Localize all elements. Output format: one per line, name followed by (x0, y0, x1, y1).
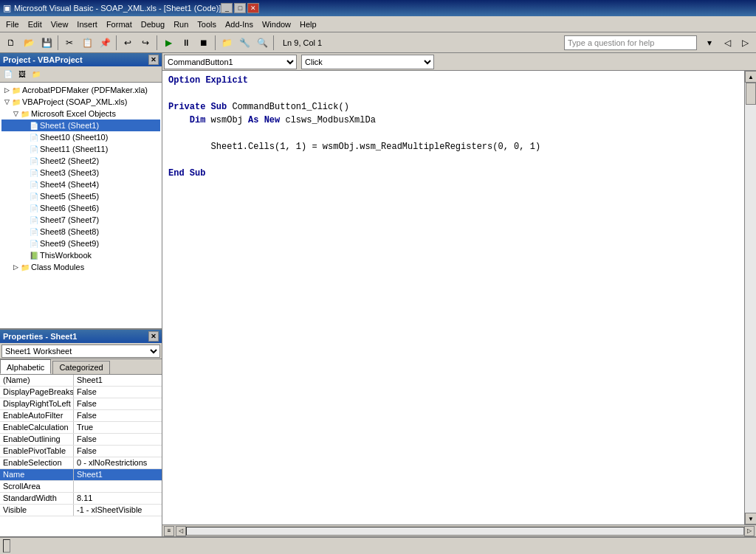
tree-node-sheet1[interactable]: 📄 Sheet1 (Sheet1) (1, 120, 160, 131)
toolbar-btn-paste[interactable]: 📌 (97, 35, 113, 51)
scroll-thumb[interactable] (746, 83, 756, 105)
h-scroll-track (186, 527, 744, 536)
help-input-box[interactable]: Type a question for help (564, 35, 697, 50)
menu-help[interactable]: Help (295, 17, 321, 32)
menu-window[interactable]: Window (258, 17, 295, 32)
proc-select[interactable]: Click (301, 55, 434, 69)
menu-bar: File Edit View Insert Format Debug Run T… (0, 16, 756, 32)
toolbar-btn-copy[interactable]: 📋 (79, 35, 95, 51)
project-panel-title: Project - VBAProject (3, 55, 148, 64)
project-panel-header: Project - VBAProject ✕ (0, 53, 162, 66)
menu-file[interactable]: File (1, 17, 24, 32)
properties-panel-header: Properties - Sheet1 ✕ (0, 330, 162, 343)
code-panel: CommandButton1 Click Option Explicit Pri… (162, 53, 756, 536)
menu-edit[interactable]: Edit (24, 17, 47, 32)
minimize-button[interactable]: _ (221, 3, 233, 13)
app-icon: ▣ (3, 3, 11, 13)
code-line-5 (168, 127, 738, 140)
tree-node-class-modules[interactable]: ▷ 📁 Class Modules (1, 261, 160, 273)
help-fwd-btn[interactable]: ▷ (737, 35, 753, 51)
properties-panel-title: Properties - Sheet1 (3, 332, 148, 341)
tree-node-sheet6[interactable]: 📄 Sheet6 (Sheet6) (1, 202, 160, 214)
proj-toggle-btn[interactable]: 📁 (30, 68, 43, 81)
toolbar-btn-run[interactable]: ▶ (160, 35, 176, 51)
tree-node-thisworkbook[interactable]: 📗 ThisWorkbook (1, 249, 160, 261)
tree-node-sheet2[interactable]: 📄 Sheet2 (Sheet2) (1, 155, 160, 167)
prop-row-enablepivottable: EnablePivotTable False (0, 446, 162, 457)
toolbar-btn-save[interactable]: 💾 (38, 35, 55, 51)
code-toolbar: CommandButton1 Click (162, 53, 756, 71)
tree-node-sheet4[interactable]: 📄 Sheet4 (Sheet4) (1, 179, 160, 190)
title-bar: ▣ Microsoft Visual Basic - SOAP_XML.xls … (0, 0, 756, 16)
tree-node-vbaproject[interactable]: ▽ 📁 VBAProject (SOAP_XML.xls) (1, 96, 160, 108)
toolbar-btn-undo[interactable]: ↩ (120, 35, 136, 51)
prop-row-displaypagebreaks: DisplayPageBreaks False (0, 387, 162, 398)
toolbar-btn-new[interactable]: 🗋 (3, 35, 19, 51)
code-line-2 (168, 87, 738, 100)
toolbar-btn-pause[interactable]: ⏸ (178, 35, 194, 51)
prop-row-name-highlighted: Name Sheet1 (0, 469, 162, 481)
properties-close-btn[interactable]: ✕ (148, 331, 159, 342)
menu-addins[interactable]: Add-Ins (221, 17, 258, 32)
project-close-btn[interactable]: ✕ (148, 55, 159, 65)
props-tab-categorized[interactable]: Categorized (52, 361, 109, 374)
code-line-3: Private Sub CommandButton1_Click() (168, 100, 738, 114)
nav-left-btn[interactable]: ◁ (176, 526, 186, 536)
close-button[interactable]: ✕ (247, 3, 259, 13)
toolbar-sep-1 (58, 35, 58, 50)
help-arrow-btn[interactable]: ▾ (701, 35, 718, 51)
prop-row-standardwidth: StandardWidth 8.11 (0, 493, 162, 505)
tree-node-acrobat[interactable]: ▷ 📁 AcrobatPDFMaker (PDFMaker.xla) (1, 84, 160, 96)
toolbar-sep-3 (157, 35, 157, 50)
props-tab-alphabetic[interactable]: Alphabetic (0, 359, 51, 374)
toolbar-sep-4 (215, 35, 216, 50)
tree-node-sheet9[interactable]: 📄 Sheet9 (Sheet9) (1, 238, 160, 249)
proj-view-code-btn[interactable]: 📄 (1, 68, 15, 81)
toolbar-btn-cut[interactable]: ✂ (61, 35, 78, 51)
nav-right-btn[interactable]: ▷ (744, 526, 755, 536)
tree-node-sheet11[interactable]: 📄 Sheet11 (Sheet11) (1, 143, 160, 155)
tree-node-sheet7[interactable]: 📄 Sheet7 (Sheet7) (1, 214, 160, 226)
nav-split-btn[interactable]: ≡ (164, 526, 174, 536)
props-table: (Name) Sheet1 DisplayPageBreaks False Di… (0, 375, 162, 536)
toolbar-btn-projectexplorer[interactable]: 📁 (219, 35, 235, 51)
toolbar-btn-stop[interactable]: ⏹ (196, 35, 212, 51)
prop-row-scrollarea: ScrollArea (0, 481, 162, 493)
code-editor[interactable]: Option Explicit Private Sub CommandButto… (162, 71, 744, 524)
project-tree: ▷ 📁 AcrobatPDFMaker (PDFMaker.xla) ▽ 📁 V… (0, 83, 162, 328)
scroll-up-btn[interactable]: ▲ (745, 71, 756, 83)
tree-node-excel-objects[interactable]: ▽ 📁 Microsoft Excel Objects (1, 108, 160, 120)
menu-format[interactable]: Format (102, 17, 137, 32)
prop-row-name: (Name) Sheet1 (0, 375, 162, 387)
toolbar-btn-redo[interactable]: ↪ (137, 35, 154, 51)
title-bar-controls: _ □ ✕ (221, 3, 259, 13)
code-scrollbar-vertical: ▲ ▼ (744, 71, 756, 524)
help-back-btn[interactable]: ◁ (719, 35, 735, 51)
restore-button[interactable]: □ (234, 3, 246, 13)
scroll-down-btn[interactable]: ▼ (745, 513, 756, 524)
tree-node-sheet5[interactable]: 📄 Sheet5 (Sheet5) (1, 190, 160, 202)
menu-insert[interactable]: Insert (72, 17, 102, 32)
tree-node-sheet10[interactable]: 📄 Sheet10 (Sheet10) (1, 131, 160, 143)
title-bar-text: Microsoft Visual Basic - SOAP_XML.xls - … (14, 4, 221, 13)
menu-view[interactable]: View (47, 17, 73, 32)
ln-col-display: Ln 9, Col 1 (277, 38, 328, 47)
toolbar-sep-2 (116, 35, 117, 50)
toolbar-btn-properties[interactable]: 🔧 (236, 35, 252, 51)
prop-row-displayrighttoleft: DisplayRightToLeft False (0, 398, 162, 410)
prop-row-enableautofilter: EnableAutoFilter False (0, 410, 162, 422)
props-object-select[interactable]: Sheet1 Worksheet (1, 344, 160, 358)
menu-tools[interactable]: Tools (193, 17, 221, 32)
main-container: Project - VBAProject ✕ 📄 🖼 📁 ▷ 📁 Acrobat… (0, 53, 756, 536)
prop-row-enablecalculation: EnableCalculation True (0, 422, 162, 434)
toolbar-btn-open[interactable]: 📂 (21, 35, 37, 51)
tree-node-sheet3[interactable]: 📄 Sheet3 (Sheet3) (1, 167, 160, 179)
menu-debug[interactable]: Debug (137, 17, 169, 32)
tree-node-sheet8[interactable]: 📄 Sheet8 (Sheet8) (1, 226, 160, 238)
project-toolbar: 📄 🖼 📁 (0, 66, 162, 83)
code-line-4: Dim wsmObj As New clsws_ModbusXmlDa (168, 114, 738, 127)
toolbar-btn-objectbrowser[interactable]: 🔍 (254, 35, 270, 51)
proj-view-obj-btn[interactable]: 🖼 (16, 68, 29, 81)
menu-run[interactable]: Run (169, 17, 193, 32)
object-select[interactable]: CommandButton1 (164, 55, 297, 69)
